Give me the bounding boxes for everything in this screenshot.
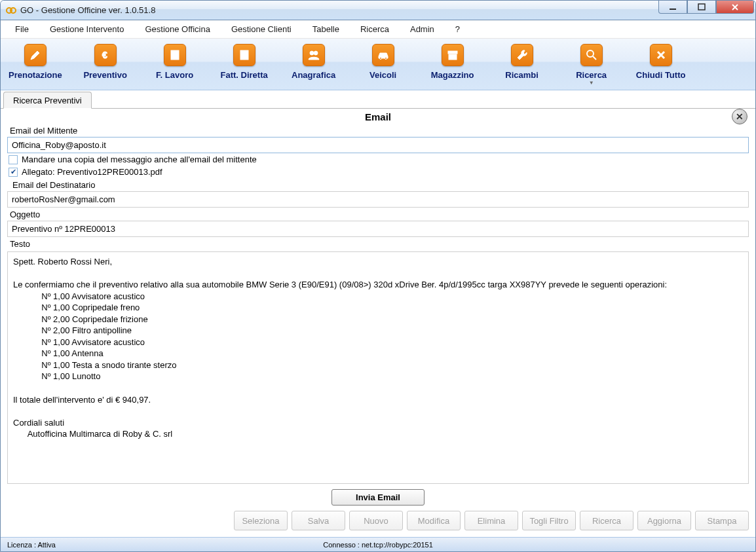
- aggiorna-button[interactable]: Aggiorna: [637, 511, 691, 530]
- menu-file[interactable]: File: [6, 22, 38, 37]
- document-icon: [164, 44, 186, 66]
- salva-button[interactable]: Salva: [292, 511, 345, 530]
- svg-text:€: €: [102, 50, 107, 60]
- modifica-button[interactable]: Modifica: [407, 511, 461, 530]
- tabstrip: Ricerca Preventivi: [1, 90, 755, 109]
- body-textarea[interactable]: Spett. Roberto Rossi Neri, Le confermiam…: [7, 251, 749, 484]
- recipient-label: Email del Destinatario: [3, 178, 753, 191]
- toolbar: Prenotazione € Preventivo F. Lavoro Fatt…: [1, 39, 755, 90]
- toolbar-magazzino[interactable]: Magazzino: [426, 44, 479, 86]
- statusbar: Licenza : Attiva Connesso : net.tcp://ro…: [1, 537, 755, 551]
- invoice-icon: [233, 44, 255, 66]
- svg-rect-9: [242, 52, 247, 52]
- window-controls: [658, 1, 754, 14]
- seleziona-button[interactable]: Seleziona: [234, 511, 288, 530]
- cc-self-checkbox[interactable]: [9, 155, 18, 164]
- connection-status: Connesso : net.tcp://robypc:20151: [1, 541, 755, 549]
- sender-label: Email del Mittente: [3, 124, 753, 137]
- svg-point-15: [385, 58, 387, 60]
- close-icon: [650, 44, 672, 66]
- menu-admin[interactable]: Admin: [401, 22, 444, 37]
- close-button[interactable]: [716, 1, 754, 14]
- togli-filtro-button[interactable]: Togli Filtro: [522, 511, 576, 530]
- content: Email ✕ Email del Mittente Mandare una c…: [1, 109, 755, 537]
- send-email-button[interactable]: Invia Email: [331, 489, 425, 506]
- menu-help[interactable]: ?: [446, 22, 469, 37]
- menu-gestione-intervento[interactable]: Gestione Intervento: [41, 22, 133, 37]
- svg-rect-3: [698, 4, 705, 10]
- svg-rect-10: [242, 54, 247, 54]
- cc-self-label: Mandare una copia del messaggio anche al…: [22, 155, 257, 164]
- panel-close-button[interactable]: ✕: [732, 109, 747, 124]
- menubar: File Gestione Intervento Gestione Offici…: [1, 20, 755, 39]
- app-icon: [6, 5, 16, 16]
- license-status: Licenza : Attiva: [7, 541, 56, 549]
- body-label: Testo: [3, 237, 753, 250]
- subject-label: Oggetto: [3, 208, 753, 221]
- svg-rect-6: [172, 52, 178, 53]
- attachment-label: Allegato: Preventivo12PRE00013.pdf: [22, 167, 162, 177]
- pencil-icon: [24, 44, 47, 66]
- sender-input[interactable]: [7, 137, 749, 153]
- attachment-row[interactable]: ✔ Allegato: Preventivo12PRE00013.pdf: [3, 166, 753, 178]
- toolbar-fatt-diretta[interactable]: Fatt. Diretta: [218, 44, 271, 86]
- minimize-button[interactable]: [658, 1, 687, 14]
- menu-ricerca[interactable]: Ricerca: [351, 22, 398, 37]
- menu-tabelle[interactable]: Tabelle: [303, 22, 349, 37]
- toolbar-chiudi-tutto[interactable]: Chiudi Tutto: [635, 44, 687, 86]
- svg-rect-11: [242, 56, 247, 56]
- stampa-button[interactable]: Stampa: [695, 511, 749, 530]
- panel-header: Email ✕: [3, 109, 753, 124]
- svg-point-13: [314, 51, 318, 55]
- svg-rect-17: [449, 54, 457, 60]
- car-icon: [372, 44, 394, 66]
- action-bar: Seleziona Salva Nuovo Modifica Elimina T…: [3, 511, 753, 534]
- ricerca-button[interactable]: Ricerca: [580, 511, 633, 530]
- toolbar-f-lavoro[interactable]: F. Lavoro: [149, 44, 201, 86]
- archive-icon: [442, 44, 464, 66]
- toolbar-ricambi[interactable]: Ricambi: [496, 44, 548, 86]
- svg-point-14: [379, 58, 381, 60]
- wrench-icon: [511, 44, 533, 66]
- toolbar-prenotazione[interactable]: Prenotazione: [9, 44, 62, 86]
- svg-point-12: [310, 51, 314, 55]
- euro-icon: €: [94, 44, 117, 66]
- tab-ricerca-preventivi[interactable]: Ricerca Preventivi: [3, 92, 92, 109]
- toolbar-preventivo[interactable]: € Preventivo: [79, 44, 132, 86]
- menu-gestione-officina[interactable]: Gestione Officina: [136, 22, 219, 37]
- elimina-button[interactable]: Elimina: [464, 511, 518, 530]
- svg-point-18: [587, 50, 594, 57]
- toolbar-anagrafica[interactable]: Anagrafica: [288, 44, 340, 86]
- svg-rect-16: [448, 51, 457, 54]
- attachment-checkbox[interactable]: ✔: [9, 168, 18, 177]
- search-icon: [580, 44, 603, 66]
- subject-input[interactable]: [7, 221, 749, 237]
- menu-gestione-clienti[interactable]: Gestione Clienti: [222, 22, 301, 37]
- panel-title: Email: [365, 111, 391, 122]
- titlebar: GO - Gestione Officine ver. 1.0.51.8: [1, 1, 755, 20]
- toolbar-ricerca[interactable]: Ricerca ▼: [565, 44, 618, 86]
- chevron-down-icon: ▼: [589, 80, 594, 86]
- cc-self-row[interactable]: Mandare una copia del messaggio anche al…: [3, 153, 753, 166]
- svg-rect-2: [670, 9, 676, 10]
- window-title: GO - Gestione Officine ver. 1.0.51.8: [20, 5, 155, 15]
- toolbar-veicoli[interactable]: Veicoli: [357, 44, 409, 86]
- svg-rect-7: [172, 54, 178, 55]
- maximize-button[interactable]: [687, 1, 716, 14]
- users-icon: [303, 44, 325, 66]
- recipient-input[interactable]: [7, 191, 749, 208]
- nuovo-button[interactable]: Nuovo: [349, 511, 403, 530]
